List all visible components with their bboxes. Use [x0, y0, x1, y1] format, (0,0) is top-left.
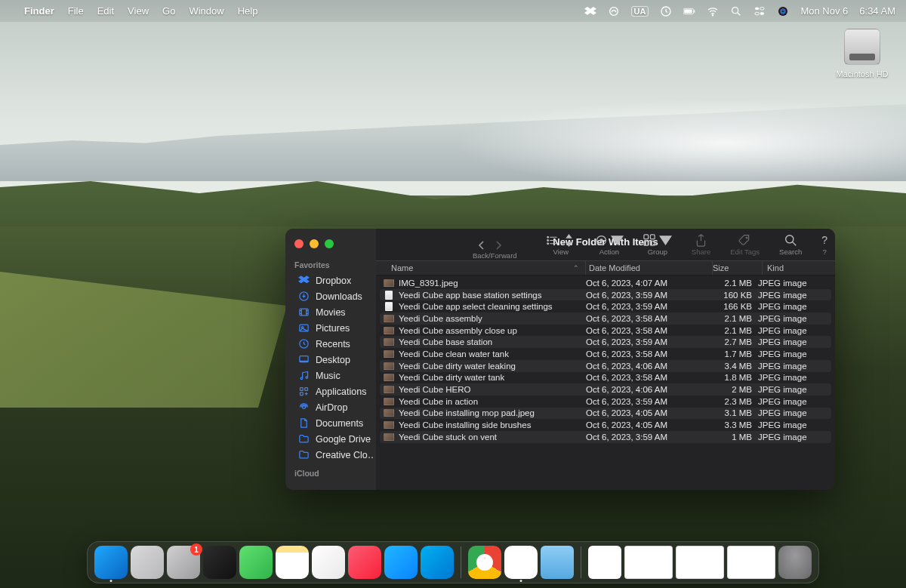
svg-point-36: [785, 235, 793, 242]
toolbar-search[interactable]: Search: [779, 233, 802, 256]
dock-slack[interactable]: [504, 546, 538, 579]
input-source[interactable]: UA: [631, 6, 649, 17]
sidebar-item-airdrop[interactable]: AirDrop: [288, 399, 373, 415]
sidebar-item-documents[interactable]: Documents: [288, 415, 373, 431]
dock-textedit[interactable]: [588, 546, 621, 579]
dock-music[interactable]: [348, 546, 381, 579]
minimize-button[interactable]: [310, 239, 319, 248]
sidebar-item-movies[interactable]: Movies: [288, 304, 373, 320]
back-button[interactable]: [474, 238, 489, 253]
file-size: 160 KB: [713, 291, 758, 300]
menu-window[interactable]: Window: [189, 5, 223, 17]
dock-finder[interactable]: [94, 546, 128, 579]
menu-edit[interactable]: Edit: [97, 5, 114, 17]
file-size: 1 MB: [713, 433, 758, 442]
dock-app-store[interactable]: [384, 546, 418, 579]
dock-messages[interactable]: [239, 546, 273, 579]
svg-rect-32: [650, 234, 655, 239]
file-row[interactable]: Yeedi Cube dirty water leakingOct 6, 202…: [380, 360, 831, 372]
sidebar-item-applications[interactable]: Applications: [288, 383, 373, 399]
menu-help[interactable]: Help: [238, 5, 258, 17]
svg-rect-31: [644, 234, 649, 239]
sidebar-favorites-header: Favorites: [285, 259, 376, 272]
menubar-date[interactable]: Mon Nov 6: [800, 5, 848, 17]
menu-go[interactable]: Go: [162, 5, 175, 17]
dock-launchpad[interactable]: [131, 546, 164, 579]
col-header-kind[interactable]: Kind: [763, 261, 835, 275]
dropbox-menulet-icon[interactable]: [584, 5, 596, 17]
sidebar-item-recents[interactable]: Recents: [288, 336, 373, 352]
forward-button[interactable]: [491, 238, 506, 253]
file-row[interactable]: Yeedi Cube installing mop pad.jpegOct 6,…: [380, 408, 831, 420]
dock-settings[interactable]: 1: [167, 546, 200, 579]
dock-minimized-window[interactable]: [624, 546, 673, 579]
dock-trash[interactable]: [778, 546, 812, 579]
sidebar-item-pictures[interactable]: Pictures: [288, 320, 373, 336]
toolbar-group[interactable]: Group: [643, 233, 672, 256]
file-thumb-icon: [384, 338, 394, 346]
menubar-app-name[interactable]: Finder: [24, 5, 54, 17]
sidebar-item-dropbox[interactable]: Dropbox: [288, 272, 373, 288]
file-row[interactable]: Yeedi Cube stuck on ventOct 6, 2023, 3:5…: [380, 431, 831, 443]
file-row[interactable]: IMG_8391.jpegOct 6, 2023, 4:07 AM2.1 MBJ…: [380, 277, 831, 289]
apps-icon: [297, 386, 310, 398]
sidebar-item-desktop[interactable]: Desktop: [288, 352, 373, 368]
file-row[interactable]: Yeedi Cube HEROOct 6, 2023, 4:06 AM2 MBJ…: [380, 383, 831, 396]
file-date: Oct 6, 2023, 3:58 AM: [586, 373, 713, 382]
file-kind: JPEG image: [758, 291, 829, 300]
col-header-name[interactable]: Name⌃: [376, 261, 586, 275]
dock-separator: [581, 546, 581, 578]
dock-minimized-window[interactable]: [727, 546, 775, 579]
sidebar-item-creative-clo-[interactable]: Creative Clo…: [288, 447, 373, 463]
spotlight-menulet-icon[interactable]: [730, 5, 742, 17]
toolbar-action[interactable]: Action: [595, 233, 624, 256]
desktop-icon-macintosh-hd[interactable]: Macintosh HD: [835, 29, 889, 79]
svg-rect-8: [760, 7, 764, 9]
col-header-date[interactable]: Date Modified: [586, 261, 713, 275]
toolbar-view[interactable]: View: [547, 233, 575, 256]
dock-mission-control[interactable]: [203, 546, 236, 579]
dock-skype[interactable]: [421, 546, 454, 579]
file-row[interactable]: Yeedi Cube in actionOct 6, 2023, 3:59 AM…: [380, 396, 831, 408]
finder-sidebar: Favorites DropboxDownloadsMoviesPictures…: [285, 229, 376, 490]
file-name: Yeedi Cube base station: [399, 337, 586, 346]
menubar-time[interactable]: 6:34 AM: [859, 5, 895, 17]
wifi-menulet-icon[interactable]: [707, 5, 719, 17]
file-name: Yeedi Cube installing side brushes: [399, 420, 586, 429]
toolbar-tags[interactable]: Edit Tags: [730, 233, 760, 256]
time-machine-menulet-icon[interactable]: [660, 5, 672, 17]
file-row[interactable]: Yeedi Cube app base station settingsOct …: [380, 289, 831, 301]
help-icon: ?: [821, 233, 827, 247]
file-row[interactable]: Yeedi Cube assemblyOct 6, 2023, 3:58 AM2…: [380, 312, 831, 325]
file-date: Oct 6, 2023, 3:59 AM: [586, 302, 713, 311]
dock-downloads-folder[interactable]: [541, 546, 574, 579]
close-button[interactable]: [294, 239, 304, 248]
menu-file[interactable]: File: [68, 5, 84, 17]
siri-menulet-icon[interactable]: [777, 5, 789, 17]
file-kind: JPEG image: [758, 420, 829, 429]
creative-cloud-menulet-icon[interactable]: [608, 5, 620, 17]
sidebar-item-music[interactable]: Music: [288, 368, 373, 383]
menu-view[interactable]: View: [128, 5, 149, 17]
file-list: IMG_8391.jpegOct 6, 2023, 4:07 AM2.1 MBJ…: [376, 276, 835, 490]
file-row[interactable]: Yeedi Cube installing side brushesOct 6,…: [380, 419, 831, 431]
file-row[interactable]: Yeedi Cube app select cleaning settingsO…: [380, 300, 831, 312]
sidebar-item-google-drive[interactable]: Google Drive: [288, 431, 373, 447]
movie-icon: [297, 306, 310, 319]
file-row[interactable]: Yeedi Cube dirty water tankOct 6, 2023, …: [380, 372, 831, 384]
sidebar-item-downloads[interactable]: Downloads: [288, 288, 373, 304]
zoom-button[interactable]: [325, 239, 334, 248]
dock-notes[interactable]: [276, 546, 309, 579]
battery-menulet-icon[interactable]: [683, 5, 695, 17]
dock-freeform[interactable]: [312, 546, 345, 579]
toolbar-help[interactable]: ? ?: [821, 233, 827, 256]
file-thumb-icon: [384, 398, 394, 405]
file-row[interactable]: Yeedi Cube assembly close upOct 6, 2023,…: [380, 325, 831, 337]
file-row[interactable]: Yeedi Cube base stationOct 6, 2023, 3:59…: [380, 336, 831, 348]
dock-minimized-window[interactable]: [676, 546, 724, 579]
toolbar-share[interactable]: Share: [692, 233, 710, 256]
dock-chrome[interactable]: [468, 546, 501, 579]
file-row[interactable]: Yeedi Cube clean water tankOct 6, 2023, …: [380, 348, 831, 360]
control-center-menulet-icon[interactable]: [753, 5, 766, 17]
col-header-size[interactable]: Size: [713, 261, 763, 275]
